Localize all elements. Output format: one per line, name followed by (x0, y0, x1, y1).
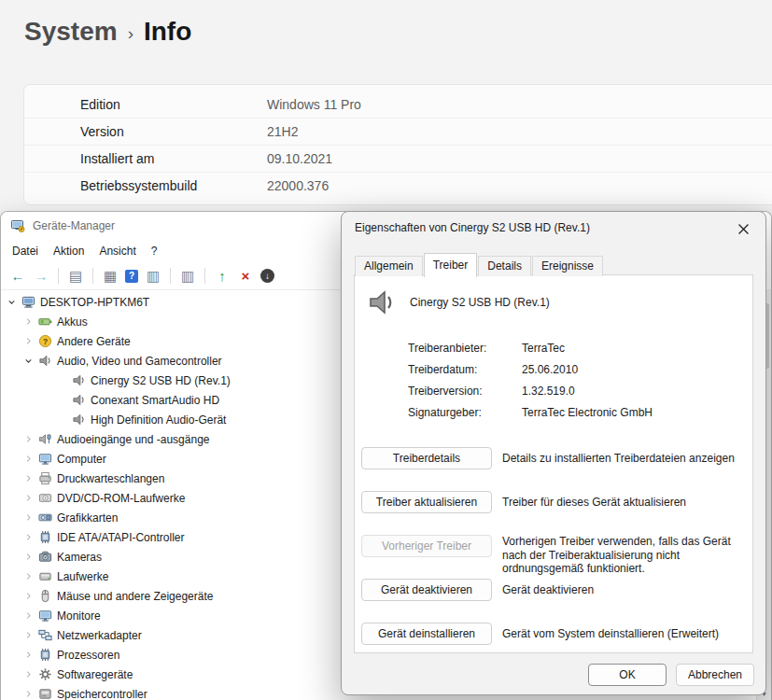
help-icon[interactable]: ? (125, 270, 138, 283)
about-row: Version21H2 (24, 118, 772, 145)
about-row-value: 22000.376 (267, 178, 329, 193)
menu-item-ansicht[interactable]: Ansicht (91, 242, 143, 260)
about-card: EditionWindows 11 ProVersion21H2Installi… (23, 84, 772, 205)
speaker-icon (367, 287, 397, 317)
chevron-collapsed-icon[interactable] (21, 471, 35, 485)
driver-action-row: Gerät deaktivierenGerät deaktivieren (361, 579, 741, 601)
device-header: Cinergy S2 USB HD (Rev.1) (355, 275, 752, 317)
tab-strip: AllgemeinTreiberDetailsEreignisse (355, 255, 604, 276)
toolbar-separator (92, 268, 93, 284)
ok-button[interactable]: OK (588, 664, 667, 686)
treiberdetails-button[interactable]: Treiberdetails (361, 447, 492, 469)
chevron-collapsed-icon[interactable] (21, 334, 35, 348)
driver-field-row: Treiberanbieter:TerraTec (408, 337, 752, 358)
printer-icon (38, 471, 52, 485)
about-row: EditionWindows 11 Pro (24, 91, 772, 118)
chevron-collapsed-icon[interactable] (21, 432, 35, 446)
tab-treiber[interactable]: Treiber (424, 253, 478, 277)
chevron-collapsed-icon[interactable] (21, 667, 35, 681)
properties-icon[interactable]: ▦ (102, 268, 119, 285)
tree-item-label: IDE ATA/ATAPI-Controller (57, 531, 184, 544)
page-title: Info (144, 17, 191, 47)
toolbar-separator (170, 268, 171, 284)
treiber-aktualisieren-button[interactable]: Treiber aktualisieren (361, 491, 492, 513)
tree-item-label: Monitore (57, 609, 101, 623)
tree-item-label: Mäuse und andere Zeigegeräte (57, 590, 213, 603)
tree-item-label: Netzwerkadapter (57, 629, 142, 642)
geraet-deaktivieren-button[interactable]: Gerät deaktivieren (361, 579, 492, 601)
tree-item-label: Audioeingänge und -ausgänge (57, 433, 209, 446)
chevron-collapsed-icon[interactable] (21, 511, 35, 525)
driver-action-row: Gerät deinstallierenGerät vom System dei… (361, 623, 741, 645)
chevron-collapsed-icon[interactable] (21, 687, 35, 700)
chevron-collapsed-icon[interactable] (21, 530, 35, 544)
chevron-expanded-icon[interactable] (5, 295, 19, 309)
network-icon (38, 628, 52, 642)
dialog-titlebar: Eigenschaften von Cinergy S2 USB HD (Rev… (342, 212, 765, 244)
driver-field-label: Treiberanbieter: (408, 342, 522, 355)
breadcrumb-system[interactable]: System (24, 17, 118, 47)
vorheriger-treiber-button: Vorheriger Treiber (361, 535, 492, 557)
chevron-collapsed-icon[interactable] (21, 491, 35, 505)
tab-details[interactable]: Details (478, 256, 531, 276)
disable-device-icon[interactable]: ↓ (260, 269, 274, 283)
driver-field-value: TerraTec (522, 342, 565, 355)
chevron-expanded-icon[interactable] (21, 354, 35, 368)
display-adapter-icon (38, 511, 52, 525)
dialog-title: Eigenschaften von Cinergy S2 USB HD (Rev… (355, 221, 590, 234)
chevron-collapsed-icon[interactable] (21, 452, 35, 466)
device-manager-title: Geräte-Manager (33, 219, 115, 232)
driver-field-label: Treiberversion: (408, 385, 522, 398)
close-icon[interactable] (735, 220, 751, 237)
tab-allgemein[interactable]: Allgemein (355, 256, 423, 276)
menu-item-aktion[interactable]: Aktion (46, 242, 91, 260)
cancel-button[interactable]: Abbrechen (676, 664, 754, 686)
forward-icon[interactable]: → (33, 268, 49, 285)
about-row-value: Windows 11 Pro (267, 97, 361, 112)
update-driver-icon[interactable]: ↑ (214, 268, 231, 285)
speaker-icon (72, 413, 86, 427)
action-description: Details zu installierten Treiberdateien … (502, 447, 741, 469)
action-description: Vorherigen Treiber verwenden, falls das … (502, 535, 741, 576)
tree-item-label: Prozessoren (57, 649, 119, 662)
chevron-collapsed-icon[interactable] (21, 569, 35, 583)
driver-tab-panel: Cinergy S2 USB HD (Rev.1) Treiberanbiete… (354, 274, 753, 653)
back-icon[interactable]: ← (9, 268, 26, 285)
menu-item-datei[interactable]: Datei (5, 242, 46, 260)
mouse-icon (38, 589, 52, 603)
tree-item-label: Andere Geräte (57, 335, 131, 348)
about-row-value: 09.10.2021 (267, 151, 332, 166)
driver-field-value: 25.06.2010 (522, 363, 578, 376)
tree-item-label: Conexant SmartAudio HD (91, 394, 219, 407)
monitor-icon (38, 452, 52, 466)
driver-field-value: 1.32.519.0 (522, 385, 575, 398)
driver-action-row: Vorheriger TreiberVorherigen Treiber ver… (361, 535, 741, 557)
scan-hardware-changes-icon[interactable]: ▥ (179, 268, 196, 285)
speaker-icon (72, 373, 86, 387)
about-row-label: Installiert am (80, 151, 267, 166)
breadcrumb: System › Info (24, 17, 191, 47)
tab-ereignisse[interactable]: Ereignisse (532, 256, 603, 276)
speaker-icon (72, 393, 86, 407)
menu-item-help[interactable]: ? (144, 242, 165, 260)
driver-actions: TreiberdetailsDetails zu installierten T… (355, 447, 752, 645)
audio-io-icon (38, 432, 52, 446)
driver-field-row: Treiberdatum:25.06.2010 (408, 358, 752, 380)
chevron-collapsed-icon[interactable] (21, 628, 35, 642)
uninstall-device-icon[interactable]: × (237, 268, 254, 285)
window-list-icon[interactable]: ▥ (145, 268, 161, 285)
chevron-collapsed-icon[interactable] (21, 315, 35, 329)
screen: System › Info EditionWindows 11 ProVersi… (0, 0, 772, 700)
about-row-label: Version (80, 124, 267, 139)
geraet-deinstallieren-button[interactable]: Gerät deinstallieren (361, 623, 492, 645)
tree-item-label: DVD/CD-ROM-Laufwerke (57, 492, 185, 505)
device-name: Cinergy S2 USB HD (Rev.1) (410, 296, 550, 309)
show-console-tree-icon[interactable]: ▤ (67, 268, 84, 285)
chevron-collapsed-icon[interactable] (21, 648, 35, 662)
chevron-collapsed-icon[interactable] (21, 609, 35, 623)
tree-item-label: Grafikkarten (57, 511, 118, 525)
chevron-spacer (55, 373, 69, 387)
chevron-collapsed-icon[interactable] (21, 550, 35, 564)
driver-field-value: TerraTec Electronic GmbH (522, 406, 653, 419)
chevron-collapsed-icon[interactable] (21, 589, 35, 603)
